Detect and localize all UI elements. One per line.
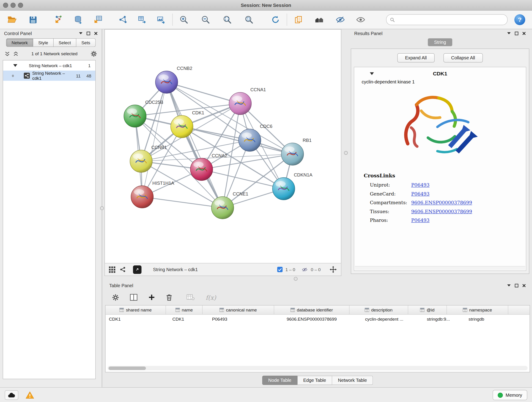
collapse-panel-icon[interactable] [79,32,83,35]
network-node-hist1h1a[interactable] [131,186,153,208]
network-node-ccnb1[interactable] [130,150,152,172]
column-header-id[interactable]: @id [408,306,447,314]
table-horizontal-scrollbar[interactable] [108,366,527,370]
network-node-cdc25b[interactable] [124,105,146,128]
tab-node-table[interactable]: Node Table [262,376,298,385]
collapse-panel-icon[interactable] [507,284,511,287]
network-node-ccne1[interactable] [211,196,234,219]
save-session-button[interactable] [25,12,41,27]
network-node-ccnb2[interactable] [155,71,178,94]
search-input[interactable] [397,17,504,22]
delete-column-button[interactable] [166,294,172,301]
warnings-button[interactable] [23,390,37,400]
tab-style[interactable]: Style [33,38,54,47]
panel-splitter-handle[interactable] [100,206,104,210]
collapse-panel-icon[interactable] [507,32,511,35]
open-session-button[interactable] [3,12,20,27]
function-builder-button[interactable]: f(x) [206,294,216,301]
float-panel-icon[interactable] [515,283,518,287]
collapse-all-icon[interactable] [5,51,10,56]
column-header-namespace[interactable]: namespace [447,306,508,314]
float-panel-icon[interactable] [515,32,518,35]
tab-select[interactable]: Select [54,38,76,47]
network-node-ccna2[interactable] [190,158,213,181]
show-columns-button[interactable] [130,294,138,301]
crosslink-tissues[interactable]: 9606.ENSP00000378699 [411,209,472,214]
delete-table-button[interactable] [186,294,195,300]
network-node-ccna1[interactable] [229,92,252,115]
duplicate-network-button[interactable] [290,12,307,27]
network-edge-ccnb2-ccna1[interactable] [167,82,240,103]
scrollbar-thumb[interactable] [109,366,146,370]
network-node-cdk1[interactable] [171,115,193,138]
cloud-button[interactable] [5,390,18,400]
results-scrollbar[interactable] [355,266,525,270]
warning-icon [25,391,34,400]
tab-network-table[interactable]: Network Table [332,376,373,385]
float-panel-icon[interactable] [87,32,90,35]
tab-network[interactable]: Network [6,38,33,47]
import-table-from-file-button[interactable] [89,12,107,27]
column-header-database-identifier[interactable]: database identifier [274,306,350,314]
network-node-cdkn1a[interactable] [272,177,295,200]
export-image-button[interactable] [152,12,170,27]
crosslink-uniprot[interactable]: P06493 [411,182,430,188]
network-collection-row[interactable]: String Network – cdk1 1 [3,61,95,70]
import-network-from-file-button[interactable] [50,12,67,27]
zoom-in-button[interactable] [176,12,192,27]
new-network-button[interactable] [115,12,132,27]
grid-view-button[interactable] [109,266,115,273]
tab-string[interactable]: String [428,38,452,46]
section-expander-icon[interactable] [370,72,374,75]
close-panel-icon[interactable] [522,32,526,35]
network-edge-hist1h1a-ccne1[interactable] [142,197,222,208]
network-node-rb1[interactable] [281,143,304,165]
column-header-name[interactable]: name [166,306,203,314]
table-settings-button[interactable] [112,294,119,301]
tab-sets[interactable]: Sets [76,38,95,47]
memory-label: Memory [506,393,522,398]
create-column-button[interactable] [148,294,155,301]
show-hidden-button[interactable] [352,12,369,27]
crosslink-compartments[interactable]: 9606.ENSP00000378699 [411,200,472,205]
close-panel-icon[interactable] [522,283,526,287]
table-row[interactable]: CDK1CDK1P064939606.ENSP00000378699cyclin… [106,315,530,324]
network-edge-ccna2-cdkn1a[interactable] [202,169,284,189]
column-header-canonical-name[interactable]: canonical name [203,306,274,314]
collapse-all-button[interactable]: Collapse All [443,53,483,62]
help-button[interactable]: ? [514,14,525,25]
zoom-selected-button[interactable] [241,12,258,27]
column-header-shared-name[interactable]: shared name [106,306,166,314]
export-table-button[interactable] [133,12,151,27]
selected-checkbox-icon[interactable] [277,267,283,272]
import-network-from-database-button[interactable] [70,12,87,27]
home-view-button[interactable] [311,12,328,27]
string-network-icon [24,73,30,79]
collection-expander-icon[interactable] [13,64,17,67]
network-edge-ccnb2-hist1h1a[interactable] [142,82,167,197]
column-header-description[interactable]: description [349,306,408,314]
fit-content-crosshair-icon[interactable] [329,266,337,274]
network-overview-button[interactable] [119,266,126,273]
expand-all-icon[interactable] [13,51,18,56]
network-node-cdc6[interactable] [239,129,261,152]
hidden-eye-icon[interactable] [301,267,308,272]
close-panel-icon[interactable] [94,32,98,35]
refresh-view-button[interactable] [267,12,284,27]
network-row-selected[interactable]: String Network – cdk1 11 48 [3,70,95,81]
vertical-splitter[interactable] [341,29,350,276]
hide-selected-button[interactable] [332,12,349,27]
open-in-new-window-button[interactable] [133,265,141,274]
horizontal-splitter[interactable] [104,276,532,281]
tab-edge-table[interactable]: Edge Table [298,376,332,385]
network-edge-ccnb2-ccne1[interactable] [167,82,222,208]
zoom-out-button[interactable] [197,12,214,27]
gear-icon[interactable] [90,51,97,57]
memory-button[interactable]: Memory [493,390,527,400]
node-details-section: CDK1 cyclin-dependent kinase 1 [354,67,526,271]
network-canvas[interactable]: CCNB2CCNA1CDC25BCDK1CDC6RB1CCNB1CCNA2CDK… [105,30,341,263]
expand-all-button[interactable]: Expand All [397,53,435,62]
zoom-fit-button[interactable] [219,12,236,27]
crosslink-pharos[interactable]: P06493 [411,217,430,223]
crosslink-genecard[interactable]: P06493 [411,191,430,197]
